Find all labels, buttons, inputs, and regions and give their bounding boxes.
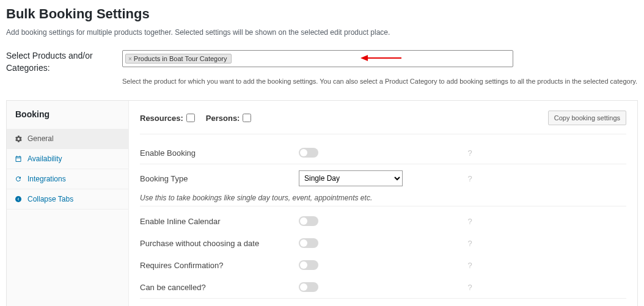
help-icon[interactable]: ? (458, 217, 482, 226)
resources-checkbox-label[interactable]: Resources: (140, 114, 195, 123)
svg-point-0 (15, 196, 21, 202)
enable-booking-label: Enable Booking (140, 148, 299, 158)
refresh-icon (14, 175, 23, 183)
purchase-without-toggle[interactable] (299, 238, 318, 248)
chip-remove-icon[interactable]: × (128, 56, 132, 62)
can-be-cancelled-toggle[interactable] (299, 282, 318, 292)
page-title: Bulk Booking Settings (6, 6, 638, 22)
collapse-icon (14, 195, 23, 203)
gear-icon (14, 134, 23, 143)
enable-booking-toggle[interactable] (299, 148, 318, 158)
requires-confirmation-toggle[interactable] (299, 260, 318, 270)
persons-label-text: Persons: (206, 114, 240, 123)
booking-type-hint: Use this to take bookings like single da… (140, 194, 626, 202)
sidebar-item-integrations[interactable]: Integrations (7, 169, 128, 189)
sidebar-item-label: Collapse Tabs (27, 195, 73, 203)
help-icon[interactable]: ? (458, 174, 482, 183)
copy-booking-settings-button[interactable]: Copy booking settings (548, 111, 626, 125)
sidebar-item-label: Availability (27, 155, 62, 163)
sidebar-item-general[interactable]: General (7, 129, 128, 149)
can-be-cancelled-label: Can be cancelled? (140, 283, 299, 292)
sidebar-item-label: Integrations (27, 175, 66, 183)
sidebar-title: Booking (7, 101, 128, 129)
selected-chip[interactable]: × Products in Boat Tour Category (125, 54, 232, 64)
page-subtitle: Add booking settings for multiple produc… (6, 28, 638, 37)
resources-label-text: Resources: (140, 114, 183, 123)
booking-type-select[interactable]: Single Day (299, 170, 403, 186)
enable-inline-toggle[interactable] (299, 216, 318, 226)
help-icon[interactable]: ? (458, 283, 482, 292)
help-icon[interactable]: ? (458, 261, 482, 270)
persons-checkbox-label[interactable]: Persons: (206, 114, 252, 123)
annotation-arrow (360, 55, 401, 61)
help-icon[interactable]: ? (458, 148, 482, 158)
requires-confirmation-label: Requires Confirmation? (140, 261, 299, 270)
booking-type-label: Booking Type (140, 174, 299, 183)
calendar-icon (14, 155, 23, 163)
resources-checkbox[interactable] (186, 114, 195, 122)
enable-inline-label: Enable Inline Calendar (140, 217, 299, 226)
sidebar-item-collapse[interactable]: Collapse Tabs (7, 189, 128, 209)
select-products-input[interactable]: × Products in Boat Tour Category (122, 50, 513, 67)
sidebar-item-label: General (27, 134, 54, 143)
select-products-label: Select Products and/or Categories: (6, 50, 122, 74)
chip-label: Products in Boat Tour Category (134, 55, 227, 62)
persons-checkbox[interactable] (243, 114, 251, 122)
help-icon[interactable]: ? (458, 239, 482, 248)
select-products-help: Select the product for which you want to… (122, 78, 638, 85)
purchase-without-label: Purchase without choosing a date (140, 239, 299, 248)
sidebar-item-availability[interactable]: Availability (7, 149, 128, 169)
